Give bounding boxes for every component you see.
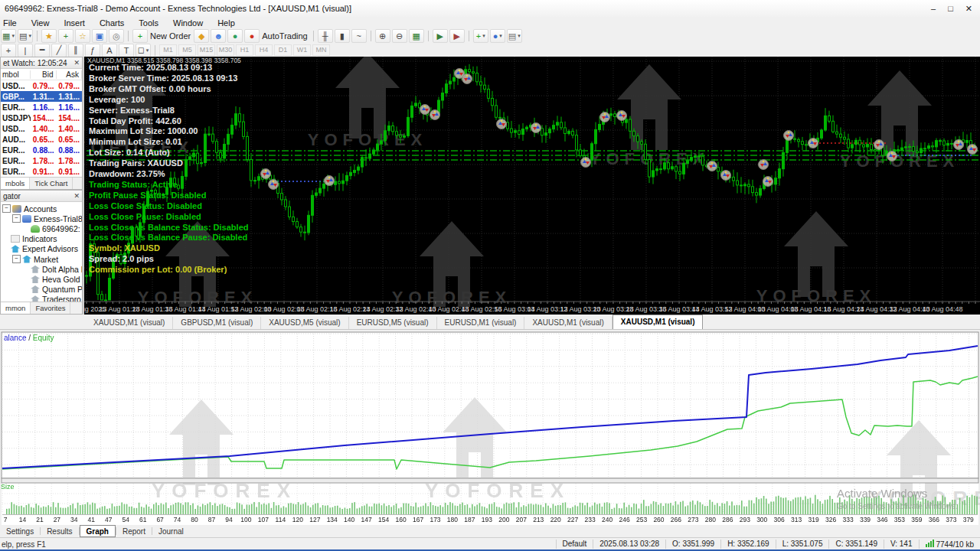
candle-body[interactable]	[851, 145, 854, 148]
candle-body[interactable]	[411, 106, 413, 117]
tab-common[interactable]: mmon	[1, 302, 31, 314]
trade-marker[interactable]	[759, 160, 769, 170]
candle-body[interactable]	[748, 184, 750, 187]
candle-body[interactable]	[671, 167, 674, 169]
candle-body[interactable]	[201, 163, 203, 164]
candle-body[interactable]	[932, 146, 934, 147]
trade-marker[interactable]	[763, 177, 773, 187]
candle-body[interactable]	[545, 133, 547, 135]
candle-body[interactable]	[553, 126, 555, 129]
trade-marker[interactable]	[808, 139, 818, 148]
navigator-close-icon[interactable]: ✕	[74, 192, 80, 200]
strategy-tester-graph[interactable]: YOFOREXYOFOREXYOFOREXalance / EquitySize…	[0, 330, 980, 525]
candle-body[interactable]	[514, 131, 517, 132]
candle-body[interactable]	[197, 153, 199, 164]
candle-body[interactable]	[292, 217, 295, 221]
candle-body[interactable]	[775, 178, 777, 184]
candle-body[interactable]	[951, 143, 953, 144]
candle-body[interactable]	[580, 150, 582, 156]
mql5-button[interactable]: ◆	[194, 29, 209, 43]
trendline-tool[interactable]: ╱	[51, 44, 67, 57]
market-watch-row[interactable]: EUR...1.78...1.78...	[1, 155, 82, 166]
candle-body[interactable]	[610, 114, 612, 116]
candle-body[interactable]	[254, 181, 256, 181]
candle-body[interactable]	[599, 124, 601, 129]
timeframe-d1[interactable]: D1	[274, 44, 292, 56]
candle-body[interactable]	[683, 163, 685, 174]
tester-tab-report[interactable]: Report	[116, 526, 152, 536]
chart-area[interactable]: YOFOREXYOFOREXYOFOREXYOFOREXYOFOREXYOFOR…	[84, 57, 980, 315]
candle-body[interactable]	[679, 171, 681, 174]
candle-body[interactable]	[863, 145, 865, 147]
chart-tab-2[interactable]: XAUUSD,M5 (visual)	[261, 317, 348, 329]
candle-body[interactable]	[492, 98, 494, 105]
candle-body[interactable]	[652, 171, 655, 177]
candle-body[interactable]	[204, 134, 207, 162]
menu-item-tools[interactable]: Tools	[139, 18, 158, 28]
candle-body[interactable]	[641, 142, 643, 144]
candle-body[interactable]	[694, 156, 697, 158]
candle-body[interactable]	[702, 156, 704, 165]
navigator-item-69649962-sec[interactable]: 69649962: SEC	[1, 223, 82, 233]
candle-body[interactable]	[235, 114, 237, 126]
candle-body[interactable]	[691, 158, 693, 161]
candle-body[interactable]	[939, 141, 942, 142]
candle-body[interactable]	[737, 181, 739, 185]
candle-body[interactable]	[916, 152, 919, 153]
candle-body[interactable]	[782, 152, 785, 168]
data-window-toggle[interactable]: +	[58, 29, 74, 43]
templates[interactable]: ▤▾	[507, 29, 522, 43]
candle-body[interactable]	[629, 119, 632, 131]
candle-body[interactable]	[614, 114, 616, 117]
candle-body[interactable]	[181, 176, 184, 188]
candle-body[interactable]	[342, 181, 345, 184]
maximize-icon[interactable]: □	[948, 4, 953, 13]
candle-body[interactable]	[909, 147, 911, 148]
indicators-list[interactable]: +▾	[473, 29, 488, 43]
candle-body[interactable]	[920, 148, 923, 153]
trade-marker[interactable]	[581, 158, 591, 168]
tab-favorites[interactable]: Favorites	[31, 302, 70, 314]
candle-body[interactable]	[484, 85, 486, 89]
line-chart-mode[interactable]: ~	[351, 29, 367, 43]
navigator-item-accounts[interactable]: −Accounts	[1, 204, 82, 214]
close-icon[interactable]: ✕	[965, 4, 972, 14]
candle-body[interactable]	[373, 150, 375, 154]
candle-body[interactable]	[779, 169, 781, 178]
candle-body[interactable]	[645, 144, 647, 159]
autotrading-button[interactable]: ●	[244, 29, 260, 43]
new-order-button-label[interactable]: New Order	[150, 31, 191, 41]
candle-body[interactable]	[802, 142, 804, 145]
label-tool[interactable]: T	[119, 44, 134, 57]
navigator-toggle[interactable]: ☆	[75, 29, 90, 43]
graph-splitter[interactable]	[2, 478, 978, 483]
candle-body[interactable]	[928, 146, 930, 148]
candle-body[interactable]	[936, 141, 938, 147]
candle-body[interactable]	[369, 154, 371, 158]
timeframe-h4[interactable]: H4	[255, 44, 273, 56]
tab-symbols[interactable]: mbols	[1, 178, 30, 189]
candle-body[interactable]	[855, 140, 858, 145]
minimize-icon[interactable]: –	[931, 4, 936, 13]
trade-marker[interactable]	[430, 110, 440, 120]
candle-body[interactable]	[105, 300, 107, 301]
candle-body[interactable]	[499, 117, 501, 118]
candle-body[interactable]	[717, 168, 720, 171]
trade-marker[interactable]	[420, 105, 430, 115]
trade-marker[interactable]	[531, 123, 541, 133]
candle-body[interactable]	[377, 144, 379, 150]
trade-marker[interactable]	[954, 140, 964, 150]
candle-body[interactable]	[660, 169, 662, 170]
chart-tab-4[interactable]: EURUSD,M1 (visual)	[437, 317, 525, 329]
market-watch-row[interactable]: EUR...0.88...0.88...	[1, 145, 82, 155]
candle-body[interactable]	[442, 93, 444, 101]
candle-body[interactable]	[384, 131, 387, 141]
market-watch-row[interactable]: USDJPY154....154....	[1, 112, 82, 123]
text-tool[interactable]: A	[102, 44, 117, 57]
market-watch-row[interactable]: AUD...0.65...0.65...	[1, 134, 82, 145]
candle-body[interactable]	[656, 169, 658, 171]
candle-body[interactable]	[668, 163, 670, 169]
candle-body[interactable]	[560, 122, 563, 128]
candle-body[interactable]	[633, 131, 635, 135]
candle-body[interactable]	[848, 139, 850, 148]
